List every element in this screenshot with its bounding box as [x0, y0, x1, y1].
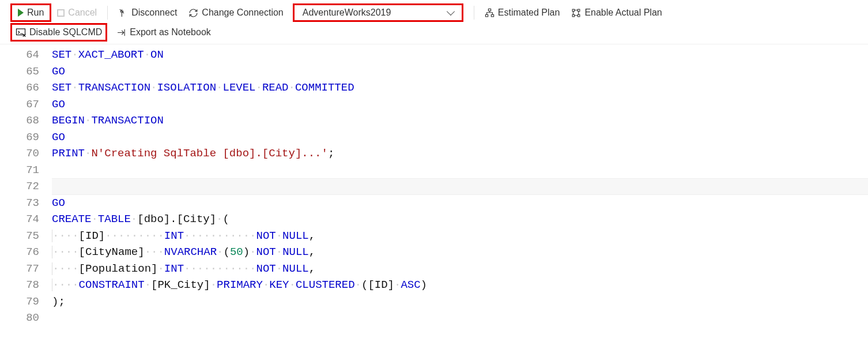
token-whitespace: · [256, 81, 262, 94]
code-line[interactable]: ); [52, 294, 868, 310]
disconnect-icon [118, 8, 128, 18]
token-identifier: [PK_City] [151, 279, 210, 291]
code-line[interactable]: SET·XACT_ABORT·ON [52, 47, 868, 63]
code-line[interactable]: BEGIN·TRANSACTION [52, 112, 868, 129]
token-punct: ( [361, 279, 368, 291]
line-number: 71 [0, 162, 39, 179]
token-keyword: NOT [256, 246, 276, 258]
token-punct: ) [421, 279, 427, 291]
token-whitespace-dots: ··· [145, 246, 164, 258]
code-line[interactable]: GO [52, 129, 868, 146]
token-number: 50 [230, 246, 243, 258]
token-keyword: NOT [256, 230, 276, 242]
export-notebook-label: Export as Notebook [130, 27, 211, 37]
token-keyword: NULL [282, 230, 309, 242]
code-editor[interactable]: 6465666768697071727374757677787980 SET·X… [0, 44, 868, 326]
code-line[interactable]: ····[Population]·INT···········NOT·NULL, [52, 261, 868, 277]
estimated-plan-button[interactable]: Estimated Plan [479, 5, 566, 20]
token-keyword: GO [52, 197, 65, 209]
database-dropdown[interactable]: AdventureWorks2019 [295, 5, 462, 20]
line-number-gutter: 6465666768697071727374757677787980 [0, 47, 52, 326]
token-keyword: PRINT [52, 147, 85, 160]
token-whitespace: · [289, 279, 296, 291]
token-keyword: INT [164, 262, 184, 275]
token-keyword: NULL [282, 246, 309, 258]
run-label: Run [27, 7, 44, 18]
separator [474, 6, 474, 20]
disable-sqlcmd-label: Disable SQLCMD [29, 27, 102, 37]
cancel-label: Cancel [68, 7, 97, 18]
token-punct: . [170, 213, 176, 226]
line-number: 77 [0, 261, 39, 277]
line-number: 72 [0, 178, 39, 195]
run-highlight: Run [10, 3, 51, 22]
disconnect-label: Disconnect [131, 7, 177, 18]
token-whitespace: · [131, 213, 137, 226]
token-keyword: ASC [401, 279, 420, 291]
separator [107, 6, 108, 20]
actual-plan-button[interactable]: Enable Actual Plan [565, 5, 667, 20]
svg-rect-8 [17, 29, 25, 35]
line-number: 80 [0, 310, 39, 326]
svg-rect-5 [573, 14, 575, 17]
token-whitespace-dots: ···· [52, 246, 79, 258]
run-button[interactable]: Run [12, 5, 50, 20]
export-notebook-button[interactable]: Export as Notebook [111, 25, 217, 40]
code-line[interactable]: ····[ID]·········INT···········NOT·NULL, [52, 228, 868, 245]
svg-rect-6 [578, 9, 580, 12]
token-keyword: ISOLATION [157, 81, 216, 94]
token-punct: ( [223, 213, 229, 226]
change-connection-button[interactable]: Change Connection [183, 5, 289, 20]
token-punct: ; [328, 147, 334, 160]
token-whitespace: · [250, 246, 256, 258]
token-whitespace: · [216, 213, 222, 226]
token-identifier: [dbo] [137, 213, 170, 226]
code-line[interactable] [52, 162, 868, 179]
token-punct: ); [52, 295, 65, 308]
token-keyword: KEY [269, 279, 289, 291]
play-icon [18, 9, 24, 17]
token-whitespace-dots: ··········· [184, 230, 256, 242]
token-keyword: GO [52, 131, 65, 144]
code-area[interactable]: SET·XACT_ABORT·ONGOSET·TRANSACTION·ISOLA… [52, 47, 868, 326]
line-number: 76 [0, 244, 39, 261]
token-keyword: SET [52, 48, 71, 61]
disable-sqlcmd-button[interactable]: Disable SQLCMD [12, 25, 105, 40]
token-whitespace: · [263, 279, 269, 291]
token-whitespace: · [217, 246, 223, 258]
estimated-plan-label: Estimated Plan [498, 7, 560, 18]
change-connection-label: Change Connection [202, 7, 283, 18]
code-line[interactable] [52, 310, 868, 326]
code-line[interactable]: ····[CityName]···NVARCHAR·(50)·NOT·NULL, [52, 244, 868, 261]
token-keyword: CREATE [52, 213, 91, 226]
token-keyword: INT [164, 230, 184, 242]
code-line[interactable]: PRINT·N'Creating SqlTable [dbo].[City]..… [52, 145, 868, 162]
code-line[interactable]: SET·TRANSACTION·ISOLATION·LEVEL·READ·COM… [52, 80, 868, 96]
token-whitespace-dots: ··········· [184, 262, 256, 275]
toolbar: Run Cancel Disconnect Change Connection … [0, 0, 868, 44]
token-keyword: COMMITTED [295, 81, 354, 94]
token-whitespace: · [150, 81, 157, 94]
code-line[interactable]: CREATE·TABLE·[dbo].[City]·( [52, 211, 868, 228]
token-keyword: TRANSACTION [91, 114, 163, 127]
sqlcmd-icon [16, 27, 26, 37]
token-keyword: CLUSTERED [296, 279, 355, 291]
token-identifier: [City] [177, 213, 216, 226]
token-keyword: ON [150, 48, 164, 61]
code-line[interactable]: GO [52, 63, 868, 80]
token-whitespace-dots: ···· [52, 262, 79, 275]
token-identifier: [CityName] [79, 246, 145, 258]
svg-rect-2 [485, 14, 488, 17]
code-line[interactable]: GO [52, 96, 868, 113]
disconnect-button[interactable]: Disconnect [112, 5, 183, 20]
svg-rect-1 [488, 9, 490, 11]
chevron-down-icon [447, 7, 455, 15]
code-line[interactable]: ····CONSTRAINT·[PK_City]·PRIMARY·KEY·CLU… [52, 277, 868, 294]
code-line[interactable] [52, 178, 868, 195]
token-punct: , [309, 262, 315, 275]
line-number: 79 [0, 294, 39, 310]
token-keyword: PRIMARY [217, 279, 263, 291]
svg-rect-7 [578, 14, 580, 17]
code-line[interactable]: GO [52, 195, 868, 212]
token-whitespace: · [276, 230, 282, 242]
